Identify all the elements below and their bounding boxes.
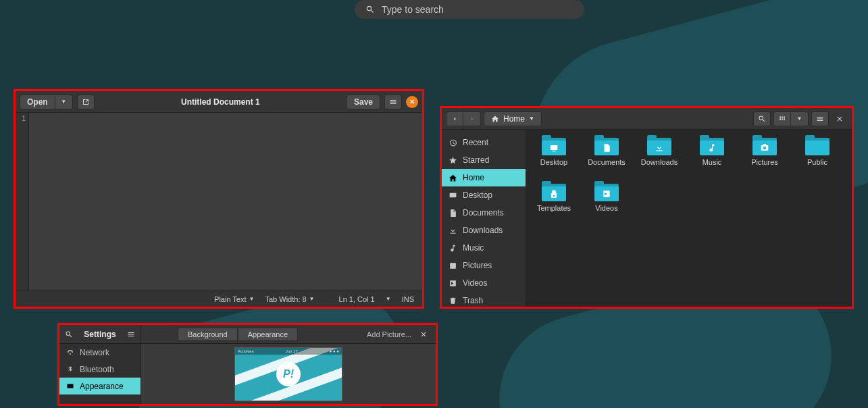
files-headerbar: Home ▼ ▼ — [442, 108, 852, 130]
nav-buttons — [446, 111, 481, 126]
sidebar-item-desktop[interactable]: Desktop — [442, 186, 526, 204]
sidebar-item-music[interactable]: Music — [442, 239, 526, 257]
insert-mode[interactable]: INS — [399, 295, 417, 303]
text-editor-window[interactable]: Open ▼ Untitled Document 1 Save 1 Plain … — [14, 89, 424, 309]
folder-downloads[interactable]: Downloads — [634, 135, 685, 177]
back-button[interactable] — [446, 111, 463, 126]
cursor-position: Ln 1, Col 1 — [336, 295, 378, 303]
view-switcher: Background Appearance — [178, 328, 298, 341]
settings-content: Activities Jun 17 ● ● ● P! — [141, 344, 436, 404]
tab-appearance[interactable]: Appearance — [238, 328, 298, 341]
folder-videos[interactable]: Videos — [581, 181, 632, 223]
settings-sidebar: Network Bluetooth Appearance — [59, 344, 141, 404]
tab-background[interactable]: Background — [178, 328, 238, 341]
sidebar-item-downloads[interactable]: Downloads — [442, 222, 526, 239]
hamburger-menu-button[interactable] — [384, 95, 402, 109]
sidebar-item-documents[interactable]: Documents — [442, 204, 526, 222]
open-recent-dropdown[interactable]: ▼ — [55, 95, 73, 109]
files-sidebar: Recent Starred Home Desktop Documents Do… — [442, 130, 526, 307]
folder-icon — [752, 135, 777, 155]
text-area[interactable] — [29, 113, 422, 290]
close-button[interactable] — [832, 111, 848, 126]
pathbar-label: Home — [503, 114, 525, 124]
open-button-group: Open ▼ — [20, 95, 73, 109]
folder-icon — [700, 135, 724, 155]
sidebar-item-bluetooth[interactable]: Bluetooth — [59, 361, 141, 378]
hamburger-menu-button[interactable] — [122, 330, 141, 338]
sidebar-item-home[interactable]: Home — [442, 169, 526, 186]
folder-icon — [542, 135, 566, 155]
search-placeholder: Type to search — [382, 4, 444, 15]
sidebar-item-starred[interactable]: Starred — [442, 151, 526, 169]
folder-icon — [647, 135, 671, 155]
folder-icon — [594, 135, 619, 155]
close-button[interactable] — [415, 327, 432, 342]
settings-headerbar: Settings Background Appearance Add Pictu… — [59, 325, 436, 344]
sidebar-item-recent[interactable]: Recent — [442, 134, 526, 151]
close-button[interactable] — [406, 96, 418, 108]
pathbar-home[interactable]: Home ▼ — [484, 111, 542, 126]
chevron-down-icon: ▼ — [529, 116, 534, 122]
line-number-gutter: 1 — [16, 113, 29, 290]
preview-topbar: Activities Jun 17 ● ● ● — [235, 348, 342, 355]
wallpaper-preview[interactable]: Activities Jun 17 ● ● ● P! — [234, 347, 342, 401]
save-button[interactable]: Save — [347, 95, 380, 109]
settings-title: Settings — [78, 330, 122, 339]
new-tab-button[interactable] — [77, 95, 95, 109]
status-bar: Plain Text▼ Tab Width: 8▼ Ln 1, Col 1 ▼ … — [16, 290, 422, 307]
folder-pictures[interactable]: Pictures — [739, 135, 790, 177]
folder-documents[interactable]: Documents — [581, 135, 632, 177]
activities-search[interactable]: Type to search — [355, 0, 584, 19]
search-button[interactable] — [59, 330, 78, 338]
add-picture-button[interactable]: Add Picture... — [363, 330, 415, 338]
folder-templates[interactable]: Templates — [528, 181, 580, 223]
sidebar-item-appearance[interactable]: Appearance — [59, 378, 141, 394]
folder-public[interactable]: Public — [792, 135, 843, 177]
text-editor-headerbar: Open ▼ Untitled Document 1 Save — [16, 91, 422, 113]
home-icon — [491, 115, 499, 123]
sidebar-item-pictures[interactable]: Pictures — [442, 257, 526, 274]
syntax-selector[interactable]: Plain Text▼ — [211, 295, 257, 303]
document-title: Untitled Document 1 — [95, 97, 347, 107]
settings-window[interactable]: Settings Background Appearance Add Pictu… — [57, 323, 438, 406]
files-icon-grid[interactable]: Desktop Documents Downloads Music Pictur… — [526, 130, 852, 307]
files-window[interactable]: Home ▼ ▼ Recent Starred Home Desktop Doc… — [440, 106, 854, 309]
cursor-dropdown[interactable]: ▼ — [383, 296, 394, 302]
sidebar-item-videos[interactable]: Videos — [442, 274, 526, 292]
folder-icon — [594, 181, 619, 201]
pop-os-logo: P! — [276, 362, 301, 386]
hamburger-menu-button[interactable] — [811, 111, 829, 126]
folder-desktop[interactable]: Desktop — [528, 135, 580, 177]
sidebar-item-trash[interactable]: Trash — [442, 292, 526, 309]
forward-button[interactable] — [463, 111, 481, 126]
folder-music[interactable]: Music — [686, 135, 738, 177]
text-editor-body: 1 — [16, 113, 422, 290]
search-button[interactable] — [753, 111, 771, 126]
view-toggle-button[interactable] — [773, 111, 791, 126]
open-button[interactable]: Open — [20, 95, 55, 109]
search-icon — [365, 5, 375, 14]
folder-icon — [542, 181, 566, 201]
sidebar-item-network[interactable]: Network — [59, 344, 141, 361]
view-options-dropdown[interactable]: ▼ — [791, 111, 809, 126]
tab-width-selector[interactable]: Tab Width: 8▼ — [262, 295, 317, 303]
folder-icon — [805, 135, 829, 155]
